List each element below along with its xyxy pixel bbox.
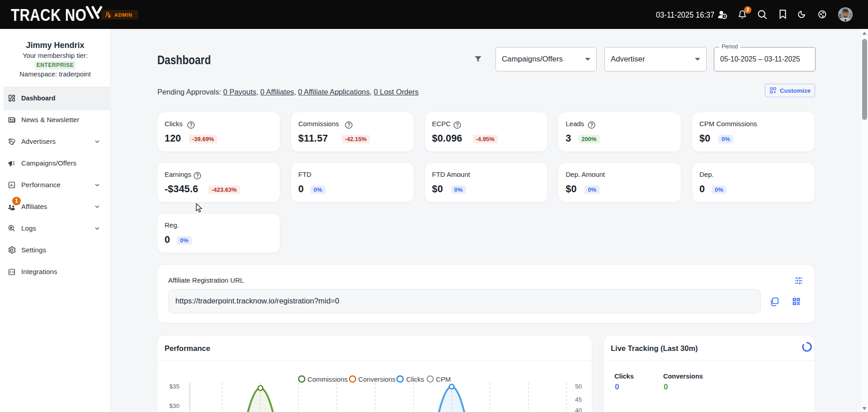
svg-text:45: 45 <box>575 396 582 403</box>
svg-text:$35: $35 <box>169 383 179 390</box>
svg-text:Clicks: Clicks <box>406 376 424 383</box>
svg-text:Conversions: Conversions <box>359 376 396 383</box>
svg-text:Commissions: Commissions <box>307 376 348 383</box>
svg-text:40: 40 <box>575 407 582 412</box>
svg-text:50: 50 <box>575 383 582 390</box>
svg-text:$30: $30 <box>169 403 179 409</box>
svg-text:CPM: CPM <box>436 376 451 383</box>
